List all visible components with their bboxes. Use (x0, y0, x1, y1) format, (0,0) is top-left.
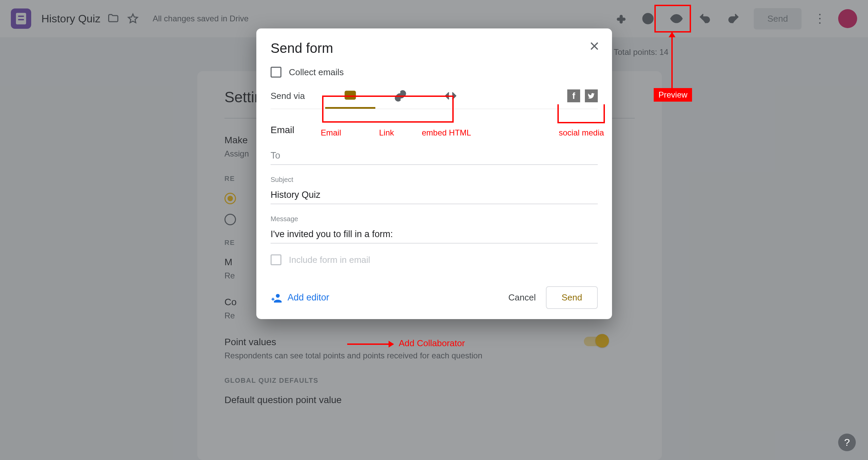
dialog-title: Send form (271, 41, 598, 56)
help-button[interactable]: ? (838, 434, 856, 451)
annotation-link-label: Link (379, 128, 394, 138)
annotation-social-label: social media (559, 128, 604, 138)
annotation-preview-arrow (671, 33, 673, 88)
subject-label: Subject (271, 176, 598, 184)
annotation-preview-box (654, 5, 691, 33)
send-confirm-button[interactable]: Send (546, 286, 598, 309)
annotation-preview-label: Preview (654, 88, 692, 102)
send-via-label: Send via (271, 91, 305, 101)
message-input[interactable] (271, 226, 598, 244)
send-form-dialog: Send form Collect emails Send via f Emai… (256, 28, 612, 319)
subject-input[interactable] (271, 186, 598, 204)
annotation-addcollab-arrow (347, 343, 393, 345)
annotation-email-label: Email (321, 128, 341, 138)
collect-emails-label: Collect emails (289, 67, 344, 78)
to-field[interactable]: To (271, 147, 598, 165)
close-icon[interactable] (587, 39, 602, 54)
send-via-embed-tab[interactable] (426, 83, 476, 109)
cancel-button[interactable]: Cancel (498, 287, 546, 308)
annotation-embed-label: embed HTML (422, 128, 471, 138)
send-via-link-tab[interactable] (375, 83, 426, 109)
send-via-email-tab[interactable] (325, 83, 375, 109)
add-editor-button[interactable]: Add editor (271, 292, 329, 304)
add-editor-label: Add editor (288, 292, 329, 303)
include-form-checkbox[interactable] (271, 254, 281, 265)
share-facebook-icon[interactable]: f (567, 89, 580, 102)
collect-emails-checkbox[interactable] (271, 67, 281, 78)
share-twitter-icon[interactable] (585, 89, 598, 102)
include-form-label: Include form in email (289, 255, 370, 265)
annotation-addcollab-label: Add Collaborator (399, 338, 465, 349)
message-label: Message (271, 215, 598, 223)
